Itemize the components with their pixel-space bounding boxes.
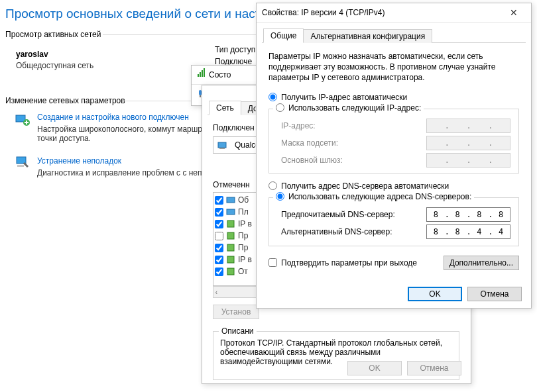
radio-ip-auto[interactable]: Получить IP-адрес автоматически bbox=[268, 93, 519, 102]
dns1-label: Предпочитаемый DNS-сервер: bbox=[281, 210, 395, 219]
dns2-seg3[interactable]: 4 bbox=[471, 225, 489, 238]
svg-rect-14 bbox=[227, 220, 234, 227]
change-settings-label: Изменение сетевых параметров bbox=[5, 96, 125, 105]
props-cancel-button[interactable]: Отмена bbox=[407, 361, 461, 375]
dns2-field[interactable]: 8. 8. 4. 4 bbox=[426, 224, 510, 239]
radio-ip-manual-input[interactable] bbox=[276, 103, 284, 112]
install-button[interactable]: Установ bbox=[213, 305, 259, 319]
svg-rect-7 bbox=[204, 68, 205, 77]
ipv4-buttons: OK Отмена bbox=[408, 287, 522, 301]
network-name: yaroslav bbox=[16, 50, 48, 59]
svg-rect-15 bbox=[227, 232, 234, 239]
ip-field: ... bbox=[426, 119, 510, 133]
dns-group: Использовать следующие адреса DNS-сервер… bbox=[268, 197, 519, 246]
network-kind: Общедоступная сеть bbox=[16, 61, 93, 70]
description-label: Описани bbox=[219, 326, 257, 336]
ipv4-title: Свойства: IP версии 4 (TCP/IPv4) bbox=[262, 3, 385, 22]
svg-rect-12 bbox=[227, 197, 235, 203]
component-checkbox[interactable] bbox=[215, 256, 223, 264]
dns2-seg4[interactable]: 4 bbox=[492, 225, 510, 238]
props-ok-button[interactable]: OK bbox=[347, 361, 402, 375]
gateway-field: ... bbox=[426, 153, 510, 168]
ipv4-cancel-button[interactable]: Отмена bbox=[467, 287, 522, 301]
mask-label: Маска подсети: bbox=[281, 138, 338, 148]
dns1-seg2[interactable]: 8 bbox=[449, 208, 467, 221]
ipv4-intro: Параметры IP можно назначать автоматичес… bbox=[268, 51, 519, 83]
ipv4-tabstrip: Общие Альтернативная конфигурация bbox=[262, 26, 526, 43]
svg-rect-16 bbox=[227, 244, 234, 251]
access-type-label: Тип доступ bbox=[215, 45, 255, 54]
component-checkbox[interactable] bbox=[215, 232, 223, 240]
ip-manual-group: Использовать следующий IP-адрес: IP-адре… bbox=[268, 109, 519, 173]
svg-rect-10 bbox=[218, 142, 226, 148]
troubleshoot-link[interactable]: Устранение неполадок bbox=[37, 156, 121, 166]
close-icon[interactable]: ✕ bbox=[502, 3, 526, 22]
svg-rect-9 bbox=[200, 95, 201, 97]
tab-network[interactable]: Сеть bbox=[209, 101, 241, 115]
component-icon bbox=[226, 207, 235, 217]
component-label: Об bbox=[238, 195, 249, 205]
dns2-seg2[interactable]: 8 bbox=[449, 225, 467, 238]
component-checkbox[interactable] bbox=[215, 196, 223, 205]
svg-rect-6 bbox=[202, 70, 203, 77]
component-label: От bbox=[238, 267, 248, 276]
confirm-on-exit[interactable]: Подтвердить параметры при выходе bbox=[268, 258, 417, 268]
confirm-on-exit-label: Подтвердить параметры при выходе bbox=[281, 258, 417, 268]
component-label: Пл bbox=[238, 207, 249, 217]
new-connection-link[interactable]: Создание и настройка нового подключен bbox=[37, 113, 189, 122]
new-connection-icon bbox=[15, 111, 30, 127]
radio-dns-auto-input[interactable] bbox=[268, 181, 277, 190]
ipv4-titlebar[interactable]: Свойства: IP версии 4 (TCP/IPv4) ✕ bbox=[257, 3, 531, 23]
confirm-on-exit-checkbox[interactable] bbox=[268, 258, 277, 267]
tab-general[interactable]: Общие bbox=[263, 28, 304, 43]
radio-dns-auto[interactable]: Получить адрес DNS-сервера автоматически bbox=[268, 181, 519, 191]
ipv4-ok-button[interactable]: OK bbox=[408, 287, 462, 301]
tab-alt-config[interactable]: Альтернативная конфигурация bbox=[303, 29, 432, 43]
component-label: Пр bbox=[238, 243, 248, 252]
signal-icon bbox=[197, 66, 206, 84]
gateway-label: Основной шлюз: bbox=[281, 156, 343, 165]
svg-rect-18 bbox=[227, 268, 234, 275]
svg-rect-13 bbox=[227, 209, 235, 215]
radio-dns-manual-label: Использовать следующие адреса DNS-сервер… bbox=[288, 192, 471, 201]
dns1-field[interactable]: 8. 8. 8. 8 bbox=[426, 207, 510, 222]
dns2-seg1[interactable]: 8 bbox=[427, 225, 445, 238]
dns1-seg1[interactable]: 8 bbox=[427, 208, 445, 221]
svg-rect-4 bbox=[198, 74, 199, 77]
svg-rect-5 bbox=[200, 72, 201, 77]
troubleshoot-icon bbox=[15, 154, 30, 170]
status-title: Состо bbox=[209, 66, 231, 84]
divider bbox=[103, 34, 265, 35]
component-label: IP в bbox=[238, 255, 252, 264]
component-icon bbox=[226, 231, 235, 240]
dns1-seg3[interactable]: 8 bbox=[471, 208, 489, 221]
component-checkbox[interactable] bbox=[215, 208, 223, 217]
props-buttons: OK Отмена bbox=[347, 361, 461, 375]
radio-ip-auto-input[interactable] bbox=[268, 93, 277, 101]
radio-ip-manual-label: Использовать следующий IP-адрес: bbox=[288, 103, 421, 113]
ipv4-body: Параметры IP можно назначать автоматичес… bbox=[257, 43, 531, 270]
component-icon bbox=[226, 243, 235, 252]
component-checkbox[interactable] bbox=[215, 220, 223, 228]
adapter-icon bbox=[217, 140, 228, 150]
radio-dns-manual[interactable]: Использовать следующие адреса DNS-сервер… bbox=[276, 192, 471, 201]
active-networks-label: Просмотр активных сетей bbox=[5, 30, 101, 39]
svg-rect-11 bbox=[219, 148, 225, 149]
radio-dns-manual-input[interactable] bbox=[276, 192, 284, 201]
dns2-label: Альтернативный DNS-сервер: bbox=[281, 227, 392, 236]
ipv4-properties-window: Свойства: IP версии 4 (TCP/IPv4) ✕ Общие… bbox=[256, 3, 532, 309]
component-checkbox[interactable] bbox=[215, 268, 223, 276]
component-label: IP в bbox=[238, 219, 252, 228]
scroll-left-icon[interactable]: ‹ bbox=[213, 289, 219, 296]
component-icon bbox=[226, 255, 235, 264]
component-icon bbox=[226, 219, 235, 228]
advanced-button[interactable]: Дополнительно... bbox=[444, 256, 519, 270]
component-checkbox[interactable] bbox=[215, 244, 223, 252]
mask-field: ... bbox=[426, 136, 510, 150]
radio-ip-manual[interactable]: Использовать следующий IP-адрес: bbox=[276, 103, 421, 113]
ip-label: IP-адрес: bbox=[281, 121, 316, 130]
dns1-seg4[interactable]: 8 bbox=[492, 208, 510, 221]
component-label: Пр bbox=[238, 231, 248, 240]
component-icon bbox=[226, 267, 235, 276]
svg-rect-17 bbox=[227, 256, 234, 263]
